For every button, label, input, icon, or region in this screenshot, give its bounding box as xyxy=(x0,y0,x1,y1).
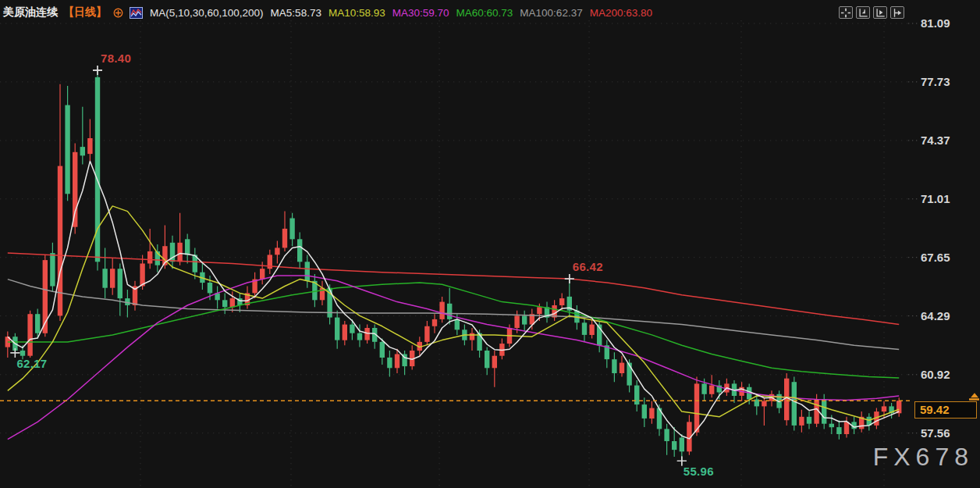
price-annotation: 62.17 xyxy=(16,357,47,370)
chart-toolbar xyxy=(839,6,904,19)
candlestick-chart-canvas[interactable] xyxy=(0,0,980,488)
price-annotation: 78.40 xyxy=(101,52,131,65)
current-price-tag: 59.42 xyxy=(914,401,977,419)
ma10-value: MA10:58.93 xyxy=(328,7,385,19)
y-axis-label: 64.29 xyxy=(921,309,975,322)
y-axis-label: 71.01 xyxy=(921,192,975,205)
chart-type-icon[interactable] xyxy=(130,7,143,19)
symbol-group: 美原油连续 【日线】 xyxy=(3,5,143,20)
ma5-value: MA5:58.73 xyxy=(271,7,321,19)
watermark: FX678 xyxy=(873,443,974,472)
y-axis-label: 74.37 xyxy=(921,134,975,147)
ma60-value: MA60:60.73 xyxy=(456,7,513,19)
move-crosshair-button[interactable] xyxy=(839,6,853,19)
ma-params-label: MA(5,10,30,60,100,200) xyxy=(150,7,264,19)
scale-play-button[interactable] xyxy=(873,6,887,19)
price-annotation: 66.42 xyxy=(573,260,603,273)
crosshair-circle-icon[interactable] xyxy=(112,7,124,19)
price-annotation: 55.96 xyxy=(684,465,714,478)
ma30-value: MA30:59.70 xyxy=(392,7,449,19)
ma100-value: MA100:62.37 xyxy=(520,7,582,19)
chart-app-window: 美原油连续 【日线】 MA(5,10,30,60,100,200) MA5:58… xyxy=(0,0,980,488)
symbol-name: 美原油连续 xyxy=(3,5,58,20)
y-axis-label: 60.92 xyxy=(921,368,975,381)
period-label: 【日线】 xyxy=(63,5,107,20)
y-axis-label: 57.56 xyxy=(921,426,975,440)
scale-left-marker-button[interactable] xyxy=(856,6,870,19)
chart-header: 美原油连续 【日线】 MA(5,10,30,60,100,200) MA5:58… xyxy=(0,0,980,22)
pan-right-button[interactable] xyxy=(890,6,904,19)
ma200-value: MA200:63.80 xyxy=(590,7,652,19)
y-axis-label: 67.65 xyxy=(921,251,975,264)
y-axis-label: 77.73 xyxy=(921,75,975,88)
